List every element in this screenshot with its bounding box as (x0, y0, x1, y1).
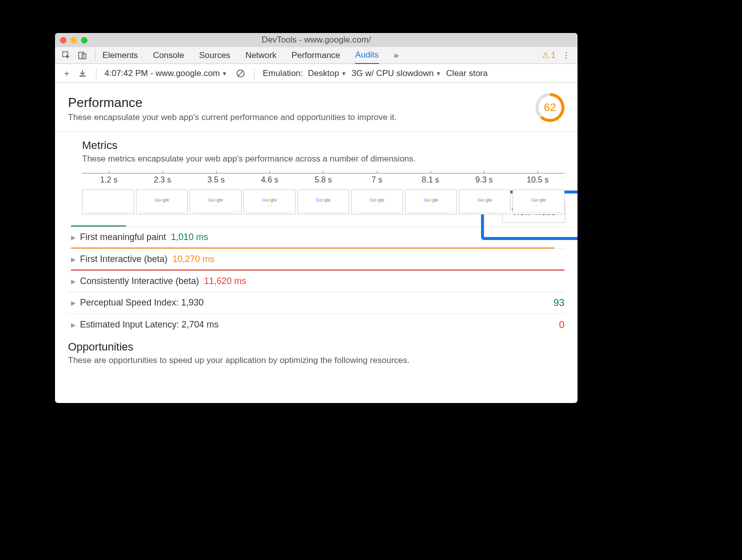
metric-row[interactable]: ▶Perceptual Speed Index: 1,93093 (68, 292, 564, 314)
download-report-icon[interactable] (77, 68, 88, 79)
filmstrip-tick: 7 s (350, 174, 404, 184)
throttle-dropdown[interactable]: 3G w/ CPU slowdown ▼ (352, 68, 441, 78)
tab-audits[interactable]: Audits (355, 47, 378, 64)
devtools-tabs: Elements Console Sources Network Perform… (102, 47, 537, 64)
expand-arrow-icon[interactable]: ▶ (71, 256, 80, 263)
emulation-label: Emulation: (262, 68, 302, 78)
metric-label: Consistently Interactive (beta) (80, 276, 199, 286)
warning-count: 1 (551, 51, 556, 60)
metric-value: 10,270 ms (172, 254, 214, 264)
tabs-overflow-button[interactable]: » (394, 48, 398, 64)
device-value: Desktop (308, 68, 339, 78)
audit-selector-dropdown[interactable]: 4:07:42 PM - www.google.com ▼ (104, 68, 227, 78)
filmstrip-tick: 4.6 s (243, 174, 296, 184)
expand-arrow-icon[interactable]: ▶ (71, 300, 80, 306)
metrics-heading: Metrics (82, 139, 564, 152)
zoom-window-button[interactable] (81, 37, 88, 44)
chevron-down-icon: ▼ (341, 70, 346, 76)
devtools-tabs-row: Elements Console Sources Network Perform… (55, 47, 578, 64)
filmstrip-tick: 10.5 s (511, 174, 564, 184)
new-audit-icon[interactable]: ＋ (61, 68, 72, 79)
metric-row[interactable]: ▶First Interactive (beta)10,270 ms (68, 248, 564, 270)
chevron-down-icon: ▼ (436, 70, 441, 76)
performance-subtitle: These encapsulate your web app's current… (68, 112, 536, 122)
window-controls (60, 37, 88, 44)
chevron-down-icon: ▼ (222, 70, 228, 76)
filmstrip-tick: 5.8 s (296, 174, 350, 184)
metric-row[interactable]: ▶Consistently Interactive (beta)11,620 m… (68, 270, 564, 292)
svg-rect-1 (79, 52, 84, 58)
audit-selector-label: 4:07:42 PM - www.google.com (104, 68, 220, 78)
performance-score-gauge: 62 (536, 93, 564, 122)
audit-report: Performance These encapsulate your web a… (55, 83, 578, 403)
window-title: DevTools - www.google.com/ (55, 35, 578, 45)
filmstrip-frame[interactable]: Google— — (244, 190, 296, 214)
filmstrip-tick: 8.1 s (404, 174, 457, 184)
metric-label: Estimated Input Latency: 2,704 ms (80, 320, 218, 330)
filmstrip-frame[interactable]: Google— — (190, 190, 242, 214)
metrics-list: ▶First meaningful paint1,010 ms▶First In… (68, 226, 564, 336)
clear-audit-icon[interactable] (235, 68, 246, 79)
filmstrip-frame[interactable]: Google— — (512, 190, 564, 214)
filmstrip: 1.2 s2.3 s3.5 s4.6 s5.8 s7 s8.1 s9.3 s10… (82, 173, 564, 214)
divider (55, 132, 578, 132)
clear-storage-label[interactable]: Clear stora (446, 68, 488, 78)
filmstrip-frame[interactable]: Google— — (298, 190, 350, 214)
metric-score: 0 (559, 319, 564, 330)
filmstrip-frame[interactable]: Google— — (82, 190, 134, 214)
expand-arrow-icon[interactable]: ▶ (71, 234, 80, 241)
tab-performance[interactable]: Performance (292, 48, 340, 64)
metric-label: First Interactive (beta) (80, 254, 168, 264)
metric-row[interactable]: ▶Estimated Input Latency: 2,704 ms0 (68, 314, 564, 336)
inspect-element-icon[interactable] (61, 50, 72, 61)
opportunities-subtitle: These are opportunities to speed up your… (68, 356, 564, 366)
minimize-window-button[interactable] (70, 37, 77, 44)
kebab-menu-icon[interactable]: ⋮ (560, 50, 572, 61)
tab-network[interactable]: Network (246, 48, 276, 64)
performance-heading: Performance (68, 95, 536, 110)
tab-elements[interactable]: Elements (102, 48, 138, 64)
expand-arrow-icon[interactable]: ▶ (71, 278, 80, 285)
metric-value: 1,010 ms (171, 232, 208, 242)
filmstrip-frames: Google— —Google— —Google— —Google— —Goog… (82, 190, 564, 214)
device-dropdown[interactable]: Desktop ▼ (308, 68, 346, 78)
expand-arrow-icon[interactable]: ▶ (71, 322, 80, 328)
filmstrip-time-axis: 1.2 s2.3 s3.5 s4.6 s5.8 s7 s8.1 s9.3 s10… (82, 173, 564, 184)
metric-label: First meaningful paint (80, 232, 166, 242)
tab-sources[interactable]: Sources (199, 48, 230, 64)
metric-value: 11,620 ms (204, 276, 246, 286)
warning-icon: ⚠ (542, 50, 549, 60)
svg-rect-3 (80, 76, 86, 76)
console-warnings-badge[interactable]: ⚠ 1 (542, 50, 556, 60)
audits-toolbar: ＋ 4:07:42 PM - www.google.com ▼ Emulatio… (55, 64, 578, 83)
throttle-value: 3G w/ CPU slowdown (352, 68, 434, 78)
titlebar: DevTools - www.google.com/ (55, 33, 578, 47)
svg-line-5 (238, 71, 243, 76)
device-toolbar-icon[interactable] (77, 50, 88, 61)
filmstrip-frame[interactable]: Google— — (136, 190, 188, 214)
metric-label: Perceptual Speed Index: 1,930 (80, 298, 204, 308)
opportunities-heading: Opportunities (68, 340, 564, 354)
filmstrip-tick: 2.3 s (136, 174, 189, 184)
metrics-subtitle: These metrics encapsulate your web app's… (82, 154, 564, 164)
filmstrip-tick: 3.5 s (189, 174, 242, 184)
tab-console[interactable]: Console (153, 48, 184, 64)
devtools-window: DevTools - www.google.com/ Elements Cons… (55, 33, 578, 403)
filmstrip-frame[interactable]: Google— — (459, 190, 511, 214)
performance-score-value: 62 (538, 96, 562, 119)
filmstrip-tick: 1.2 s (82, 174, 136, 184)
filmstrip-frame[interactable]: Google— — (351, 190, 403, 214)
filmstrip-frame[interactable]: Google— — (405, 190, 457, 214)
close-window-button[interactable] (60, 37, 66, 44)
metric-score: 93 (554, 297, 564, 308)
filmstrip-tick: 9.3 s (458, 174, 511, 184)
